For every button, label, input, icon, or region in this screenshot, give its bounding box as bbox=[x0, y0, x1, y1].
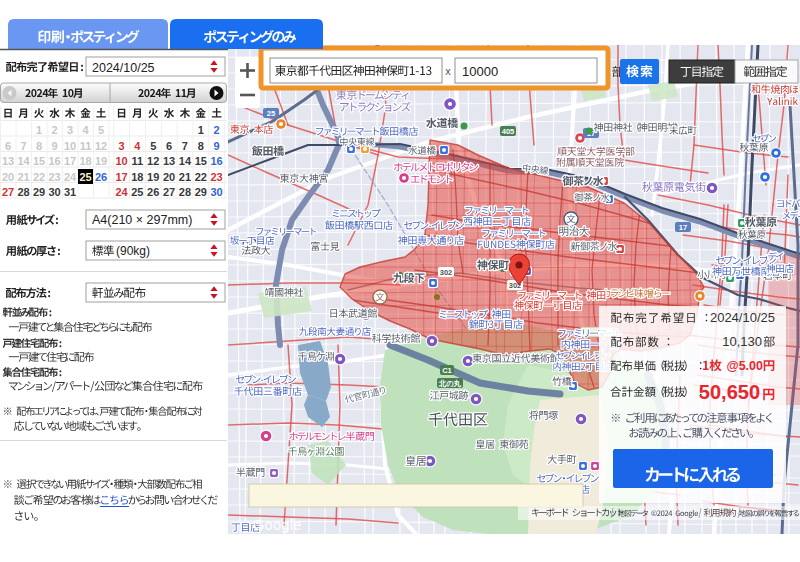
svg-text:13: 13 bbox=[163, 155, 175, 167]
svg-text:6: 6 bbox=[5, 140, 11, 152]
svg-text:C1: C1 bbox=[442, 366, 452, 375]
svg-text:21: 21 bbox=[17, 171, 29, 183]
svg-text:28: 28 bbox=[179, 186, 191, 198]
svg-text:15: 15 bbox=[33, 155, 45, 167]
svg-text:26: 26 bbox=[147, 186, 159, 198]
svg-text:23: 23 bbox=[48, 171, 60, 183]
svg-text:2024/10/25: 2024/10/25 bbox=[92, 61, 155, 75]
svg-text:10: 10 bbox=[115, 155, 127, 167]
svg-text:17: 17 bbox=[64, 155, 76, 167]
svg-text:10000: 10000 bbox=[462, 64, 498, 79]
svg-text:20: 20 bbox=[2, 171, 14, 183]
svg-text:8: 8 bbox=[36, 140, 42, 152]
svg-text:29: 29 bbox=[33, 186, 45, 198]
svg-text:18: 18 bbox=[131, 171, 143, 183]
svg-text:18: 18 bbox=[79, 155, 91, 167]
svg-text:2024/10/25: 2024/10/25 bbox=[710, 310, 775, 325]
svg-text:27: 27 bbox=[163, 186, 175, 198]
svg-text:19: 19 bbox=[147, 171, 159, 183]
svg-text:27: 27 bbox=[2, 186, 14, 198]
svg-text:24: 24 bbox=[64, 171, 77, 183]
svg-text:(90kg): (90kg) bbox=[116, 244, 150, 258]
svg-text:14: 14 bbox=[17, 155, 30, 167]
svg-text:28: 28 bbox=[17, 186, 29, 198]
svg-text:31: 31 bbox=[64, 186, 76, 198]
svg-text:4: 4 bbox=[134, 140, 141, 152]
svg-text:16: 16 bbox=[48, 155, 60, 167]
svg-text:2: 2 bbox=[51, 124, 57, 136]
svg-text:5: 5 bbox=[150, 140, 156, 152]
svg-text:6: 6 bbox=[166, 140, 172, 152]
svg-text:22: 22 bbox=[33, 171, 45, 183]
svg-text:50,650: 50,650 bbox=[699, 381, 760, 403]
svg-text:22: 22 bbox=[195, 171, 207, 183]
svg-text:A4(210 × 297mm): A4(210 × 297mm) bbox=[92, 213, 192, 227]
svg-text:24: 24 bbox=[115, 186, 128, 198]
svg-text:17: 17 bbox=[679, 223, 687, 232]
svg-text:7: 7 bbox=[182, 140, 188, 152]
svg-text:25: 25 bbox=[79, 171, 91, 183]
svg-text:2: 2 bbox=[214, 124, 220, 136]
svg-text:9: 9 bbox=[214, 140, 220, 152]
svg-text:Google: Google bbox=[253, 517, 302, 533]
svg-text:12: 12 bbox=[95, 140, 107, 152]
svg-text:北の丸: 北の丸 bbox=[438, 379, 462, 388]
svg-text:10: 10 bbox=[64, 140, 76, 152]
svg-text:1: 1 bbox=[198, 124, 204, 136]
svg-text:5: 5 bbox=[98, 124, 104, 136]
svg-text:1: 1 bbox=[36, 124, 42, 136]
svg-text:25: 25 bbox=[131, 186, 143, 198]
svg-text:30: 30 bbox=[210, 186, 222, 198]
svg-text:@5.00: @5.00 bbox=[726, 359, 763, 373]
svg-text:30: 30 bbox=[48, 186, 60, 198]
svg-text:4: 4 bbox=[82, 124, 89, 136]
svg-text:302: 302 bbox=[440, 268, 453, 277]
svg-text:7: 7 bbox=[20, 140, 26, 152]
svg-text:3: 3 bbox=[67, 124, 73, 136]
svg-text:20: 20 bbox=[163, 171, 175, 183]
svg-text:10,130: 10,130 bbox=[722, 334, 762, 349]
svg-text:8: 8 bbox=[198, 140, 204, 152]
svg-text:19: 19 bbox=[95, 155, 107, 167]
svg-text:17: 17 bbox=[115, 171, 127, 183]
svg-text:x: x bbox=[445, 65, 451, 77]
svg-text:29: 29 bbox=[195, 186, 207, 198]
svg-text:26: 26 bbox=[95, 171, 107, 183]
svg-text:14: 14 bbox=[179, 155, 192, 167]
svg-text:3: 3 bbox=[118, 140, 124, 152]
svg-text:16: 16 bbox=[210, 155, 222, 167]
svg-text:21: 21 bbox=[179, 171, 191, 183]
svg-text:23: 23 bbox=[210, 171, 222, 183]
svg-text:15: 15 bbox=[195, 155, 207, 167]
svg-text:25: 25 bbox=[267, 109, 275, 118]
svg-text:405: 405 bbox=[502, 127, 515, 136]
svg-text:11: 11 bbox=[132, 155, 144, 167]
svg-text:9: 9 bbox=[51, 140, 57, 152]
svg-text:12: 12 bbox=[147, 155, 159, 167]
svg-text:13: 13 bbox=[2, 155, 14, 167]
svg-text:11: 11 bbox=[80, 140, 92, 152]
